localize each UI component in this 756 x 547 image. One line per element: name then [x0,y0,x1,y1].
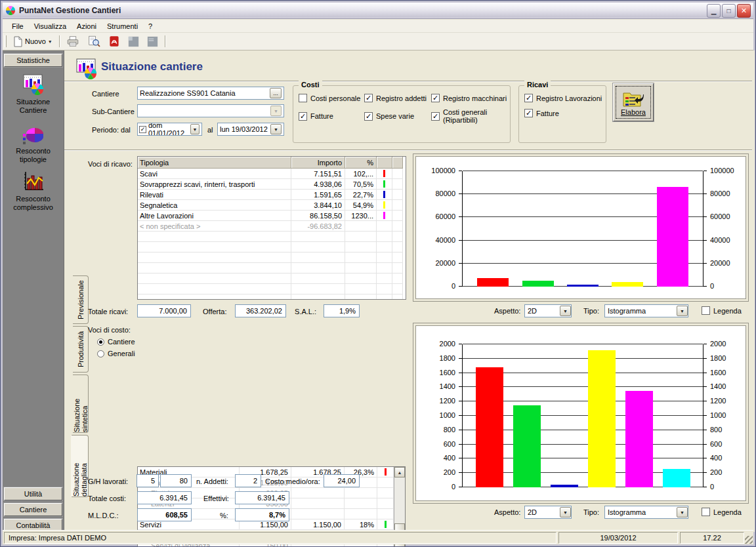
ricavi-row-10[interactable] [138,274,406,284]
ricavi-row-5[interactable]: < non specificata >-96.683,82 [138,221,406,232]
offerta-field[interactable]: 363.202,02 [235,304,286,317]
aspetto-dropdown-icon[interactable]: ▼ [560,306,571,316]
ricavi-groupbox: Ricavi Registro LavorazioniFatture [518,85,606,143]
ricavi-option-1[interactable]: Fatture [524,109,606,117]
totale-costi-field[interactable]: 6.391,45 [137,491,192,504]
sidebar-group-statistiche[interactable]: Statistiche [4,54,62,67]
legenda-checkbox-2[interactable]: Legenda [702,508,742,516]
view-tab-1[interactable]: Produttività [73,326,89,373]
ricavi-row-11[interactable] [138,284,406,294]
ricavi-row-1[interactable]: Sovrapprezzi scavi, rinterri, trasporti4… [138,179,406,190]
periodo-to-combo[interactable]: lun 19/03/2012 ▼ [217,123,284,136]
gh-field-2[interactable]: 80 [160,474,192,487]
menu-item-4[interactable]: ? [143,21,158,31]
menu-item-0[interactable]: File [7,21,29,31]
sidebar-nav-0[interactable]: Utilità [4,487,62,500]
cantiere-field[interactable]: Realizzazione SS901 Catania ... [137,87,284,100]
periodo-from-dropdown-icon[interactable]: ▼ [190,124,200,134]
ricavi-row-7[interactable] [138,242,406,253]
cantiere-value: Realizzazione SS901 Catania [140,89,236,97]
subcantiere-combo[interactable]: ▼ [137,104,284,117]
costo-medio-field[interactable]: 24,00 [324,474,360,487]
radio-icon [97,350,104,357]
scroll-up-icon[interactable]: ▲ [394,467,405,477]
mldc-field[interactable]: 608,55 [137,508,192,521]
y-tick-label: 1200 [419,397,455,405]
tick-icon [704,216,707,217]
elabora-button[interactable]: Elabora [613,83,654,121]
maximize-button[interactable]: □ [722,4,736,18]
sidebar-item-0[interactable]: SituazioneCantiere [3,73,64,115]
view-tab-2[interactable]: Situazione sintetica [73,375,89,433]
new-button[interactable]: Nuovo ▼ [9,34,56,49]
y-tick-label: 200 [710,468,744,477]
costi-option-4[interactable]: Spese varie [364,108,431,124]
pdf-icon [108,35,120,47]
costi-option-2[interactable]: Registro macchinari [431,94,510,102]
print-preview-button[interactable] [83,34,104,49]
tick-icon [459,171,462,171]
tipo-combo-2[interactable]: Istogramma ▼ [604,506,688,519]
menu-item-3[interactable]: Strumenti [102,21,143,31]
close-button[interactable]: ✕ [737,4,751,18]
tick-icon [459,358,462,359]
tick-icon [704,458,707,458]
costi-option-1[interactable]: Registro addetti [364,94,431,102]
ricavi-row-4[interactable]: Altre Lavorazioni86.158,501230... [138,211,406,221]
ricavi-option-0[interactable]: Registro Lavorazioni [524,94,606,102]
y-tick-label: 0 [710,282,744,291]
view-tab-0[interactable]: Previsionale [73,275,89,324]
aspetto-combo-1[interactable]: 2D ▼ [524,304,572,317]
new-dropdown-icon[interactable]: ▼ [48,39,52,44]
ricavi-row-9[interactable] [138,263,406,274]
costi-option-5[interactable]: Costi generali (Ripartibili) [431,108,510,124]
ricavi-row-12[interactable] [138,294,406,300]
focus-rect [616,86,651,119]
tipo-dropdown-icon[interactable]: ▼ [677,306,688,316]
costo-scope-radio-1[interactable]: Generali [97,348,135,359]
tipo-value: Istogramma [608,508,646,516]
ricavi-row-8[interactable] [138,253,406,263]
ricavi-row-0[interactable]: Scavi7.151,51102,... [138,169,406,179]
aspetto-combo-2[interactable]: 2D ▼ [524,506,572,519]
chart-plot-area [462,344,704,487]
y-tick-label: 100000 [419,167,455,175]
browse-button[interactable]: ... [270,88,282,98]
ricavi-row-2[interactable]: Rilevati1.591,6522,7% [138,190,406,200]
sidebar-nav-1[interactable]: Cantiere [4,503,62,516]
effettivi-field[interactable]: 6.391,45 [235,491,289,504]
periodo-label: Periodo: dal [92,126,131,134]
costi-option-3[interactable]: Fatture [299,108,364,124]
periodo-to-dropdown-icon[interactable]: ▼ [270,124,282,134]
ricavi-row-3[interactable]: Segnaletica3.844,1054,9% [138,200,406,211]
percent-field[interactable]: 8,7% [235,508,289,521]
sal-field[interactable]: 1,9% [324,304,360,317]
aspetto-dropdown-icon[interactable]: ▼ [560,507,571,517]
pdf-export-button[interactable] [104,34,124,49]
ricavi-row-6[interactable] [138,232,406,242]
aspetto-value: 2D [528,508,537,516]
gh-field-1[interactable]: 5 [136,474,159,487]
view-tab-3[interactable]: Situazione dettagliata [72,435,89,497]
addetti-field[interactable]: 2 [235,474,261,487]
costi-chart-panel: 0020020040040060060080080010001000120012… [413,323,749,504]
tipo-dropdown-icon[interactable]: ▼ [677,507,688,517]
periodo-from-checkbox[interactable] [139,126,146,133]
periodo-from-combo[interactable]: dom 01/01/2012 ▼ [137,123,202,136]
resize-grip[interactable] [745,536,753,544]
tipo-combo-1[interactable]: Istogramma ▼ [604,304,688,317]
ricavi-table[interactable]: TipologiaImporto%Scavi7.151,51102,...Sov… [137,156,406,300]
print-button[interactable] [62,34,83,49]
menu-item-1[interactable]: Visualizza [29,21,72,31]
sidebar-item-1[interactable]: Resocontotipologie [3,122,64,164]
menu-item-2[interactable]: Azioni [72,21,102,31]
costo-scope-radio-0[interactable]: Cantiere [97,336,135,347]
tipo-label-2: Tipo: [583,506,599,519]
totale-ricavi-field[interactable]: 7.000,00 [137,304,191,317]
minimize-button[interactable]: ▁ [707,4,721,18]
sidebar-item-2[interactable]: Resocontocomplessivo [3,170,64,212]
toolbar-grip[interactable] [5,35,7,47]
toolbar-separator [59,35,60,47]
legenda-checkbox-1[interactable]: Legenda [702,306,742,315]
costi-option-0[interactable]: Costi personale [299,94,364,102]
